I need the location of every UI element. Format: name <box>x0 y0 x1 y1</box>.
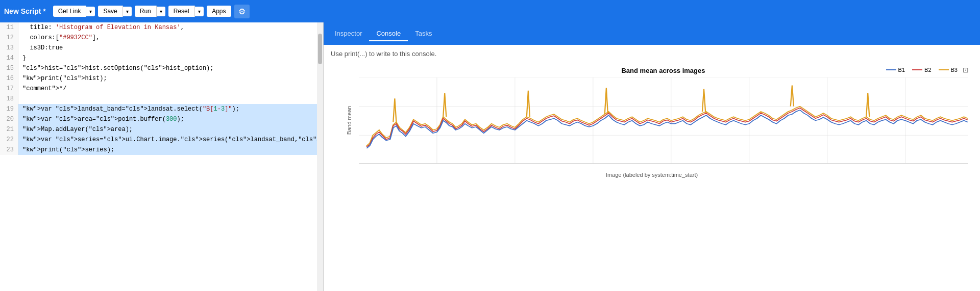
code-line-13[interactable]: 13 is3D:true <box>0 43 323 53</box>
code-line-21[interactable]: 21"kw">Map.addLayer("cls">area); <box>0 124 323 135</box>
legend-b2: B2 <box>912 67 931 73</box>
code-line-12[interactable]: 12 colors:["#9932CC"], <box>0 33 323 43</box>
get-link-group: Get Link ▾ <box>53 6 95 17</box>
line-content: "kw">var "cls">landsat_band="cls">landsa… <box>18 104 323 114</box>
legend-b3: B3 <box>939 67 958 73</box>
legend-b2-label: B2 <box>924 67 931 73</box>
line-content: colors:["#9932CC"], <box>18 33 323 43</box>
code-line-11[interactable]: 11 title: 'Histogram of Elevation in Kan… <box>0 22 323 33</box>
legend-b3-line <box>939 69 949 70</box>
code-line-19[interactable]: 19"kw">var "cls">landsat_band="cls">land… <box>0 104 323 114</box>
line-content: "kw">Map.addLayer("cls">area); <box>18 124 323 135</box>
line-number: 21 <box>0 124 18 135</box>
line-number: 19 <box>0 104 18 114</box>
line-number: 20 <box>0 114 18 124</box>
legend-b1: B1 <box>886 67 905 73</box>
code-content[interactable]: 11 title: 'Histogram of Elevation in Kan… <box>0 22 323 291</box>
tab-tasks[interactable]: Tasks <box>408 27 439 41</box>
line-content: "cls">hist="cls">hist.setOptions("cls">h… <box>18 63 323 73</box>
get-link-dropdown[interactable]: ▾ <box>86 7 95 16</box>
console-hint: Use print(...) to write to this console. <box>331 50 973 58</box>
scroll-thumb[interactable] <box>318 34 322 64</box>
chart-container: Band mean across images ⊡ B1 B2 B3 <box>331 62 973 179</box>
line-content: "kw">var "cls">series="cls">ui.Chart.ima… <box>18 135 323 145</box>
line-number: 16 <box>0 73 18 84</box>
run-group: Run ▾ <box>135 6 165 17</box>
line-content: title: 'Histogram of Elevation in Kansas… <box>18 22 323 33</box>
line-content: "kw">var "cls">area="cls">point.buffer(3… <box>18 114 323 124</box>
chart-svg: 1.0 0.5 0.0 <box>359 77 968 164</box>
line-number: 17 <box>0 84 18 94</box>
legend-b3-label: B3 <box>951 67 958 73</box>
tab-console[interactable]: Console <box>369 27 408 41</box>
line-number: 23 <box>0 145 18 155</box>
save-button[interactable]: Save <box>98 6 122 17</box>
legend-b1-line <box>886 69 896 70</box>
run-dropdown[interactable]: ▾ <box>157 7 165 16</box>
chart-title: Band mean across images <box>359 67 968 74</box>
line-number: 13 <box>0 43 18 53</box>
right-panel-header: Inspector Console Tasks <box>324 22 980 45</box>
code-line-22[interactable]: 22"kw">var "cls">series="cls">ui.Chart.i… <box>0 135 323 145</box>
run-button[interactable]: Run <box>135 6 157 17</box>
line-number: 12 <box>0 33 18 43</box>
code-line-16[interactable]: 16"kw">print("cls">hist); <box>0 73 323 84</box>
line-content: "comment">*/ <box>18 84 323 94</box>
tab-inspector[interactable]: Inspector <box>328 27 369 41</box>
legend-b1-label: B1 <box>898 67 905 73</box>
top-bar: New Script * Get Link ▾ Save ▾ Run ▾ Res… <box>0 0 980 22</box>
line-number: 11 <box>0 22 18 33</box>
code-editor[interactable]: 11 title: 'Histogram of Elevation in Kan… <box>0 22 323 291</box>
line-number: 18 <box>0 94 18 104</box>
line-number: 22 <box>0 135 18 145</box>
line-content: } <box>18 53 323 63</box>
line-content <box>18 94 323 104</box>
reset-group: Reset ▾ <box>168 6 204 17</box>
legend-b2-line <box>912 69 922 70</box>
line-content: is3D:true <box>18 43 323 53</box>
expand-chart-button[interactable]: ⊡ <box>963 66 969 74</box>
code-line-15[interactable]: 15"cls">hist="cls">hist.setOptions("cls"… <box>0 63 323 73</box>
code-line-17[interactable]: 17"comment">*/ <box>0 84 323 94</box>
code-line-14[interactable]: 14} <box>0 53 323 63</box>
line-number: 15 <box>0 63 18 73</box>
line-number: 14 <box>0 53 18 63</box>
console-content: Use print(...) to write to this console.… <box>324 45 980 291</box>
code-scrollbar[interactable] <box>317 22 323 291</box>
settings-button[interactable]: ⚙ <box>234 5 250 18</box>
app-title: New Script * <box>4 7 46 15</box>
line-content: "kw">print("cls">series); <box>18 145 323 155</box>
code-line-20[interactable]: 20"kw">var "cls">area="cls">point.buffer… <box>0 114 323 124</box>
chart-x-label: Image (labeled by system:time_start) <box>606 172 698 178</box>
right-panel: Inspector Console Tasks Use print(...) t… <box>324 22 980 291</box>
chart-y-label: Band mean <box>346 106 352 135</box>
line-content: "kw">print("cls">hist); <box>18 73 323 84</box>
code-panel: 11 title: 'Histogram of Elevation in Kan… <box>0 22 324 291</box>
apps-button[interactable]: Apps <box>207 6 231 17</box>
get-link-button[interactable]: Get Link <box>53 6 87 17</box>
chart-legend: B1 B2 B3 <box>886 67 958 73</box>
save-group: Save ▾ <box>98 6 131 17</box>
save-dropdown[interactable]: ▾ <box>123 7 132 16</box>
code-line-23[interactable]: 23"kw">print("cls">series); <box>0 145 323 155</box>
reset-dropdown[interactable]: ▾ <box>195 7 204 16</box>
main-layout: 11 title: 'Histogram of Elevation in Kan… <box>0 22 980 291</box>
code-line-18[interactable]: 18 <box>0 94 323 104</box>
reset-button[interactable]: Reset <box>168 6 195 17</box>
